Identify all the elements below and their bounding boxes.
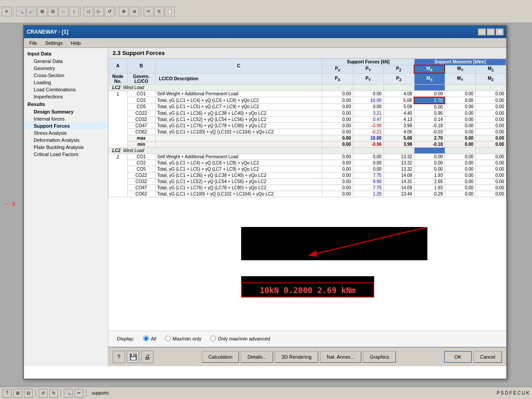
toolbar-btn-15[interactable]: 📋 [165, 7, 175, 16]
toolbar-sep-4 [141, 7, 142, 16]
toolbar-sep-3 [116, 7, 117, 16]
toolbar-btn-8[interactable]: ◁ [83, 7, 93, 16]
toolbar-btn-13[interactable]: ✂ [144, 7, 153, 16]
toolbar-btn-9[interactable]: ▷ [94, 7, 104, 16]
toolbar-sep-1 [13, 7, 15, 16]
toolbar-btn-1[interactable]: ≡ [2, 7, 12, 16]
top-toolbar: ≡ 🔍 🔎 ⊞ ⊟ ↔ ↕ ◁ ▷ ↺ ⊕ ⊖ ✂ ⎘ 📋 [0, 0, 532, 23]
toolbar-sep-2 [80, 7, 82, 16]
toolbar-btn-14[interactable]: ⎘ [154, 7, 164, 16]
toolbar-btn-12[interactable]: ⊖ [129, 7, 139, 16]
toolbar-btn-3[interactable]: 🔎 [27, 7, 36, 16]
toolbar-btn-7[interactable]: ↕ [69, 7, 79, 16]
toolbar-btn-11[interactable]: ⊕ [119, 7, 129, 16]
toolbar-btn-10[interactable]: ↺ [105, 7, 114, 16]
toolbar-btn-5[interactable]: ⊟ [48, 7, 58, 16]
toolbar-btn-4[interactable]: ⊞ [37, 7, 47, 16]
toolbar-btn-6[interactable]: ↔ [59, 7, 68, 16]
toolbar-btn-2[interactable]: 🔍 [16, 7, 26, 16]
